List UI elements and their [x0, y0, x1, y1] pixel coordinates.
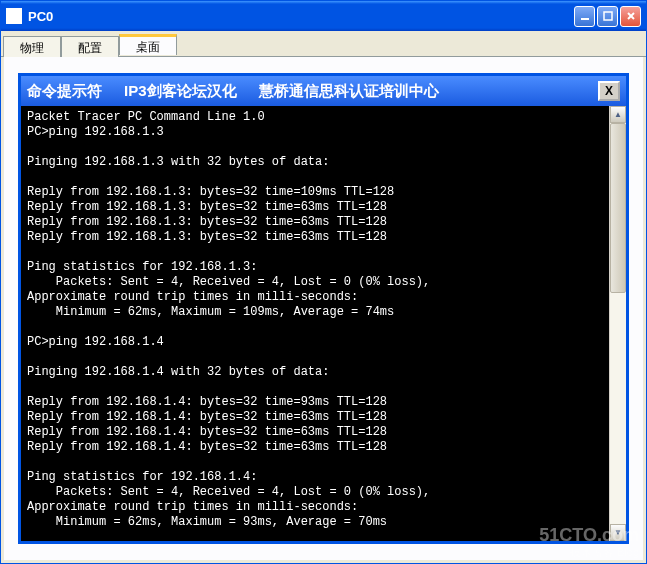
- app-window: PC0 物理 配置 桌面 命令提示符 IP3剑客论坛汉化 慧桥通信思科认证培训中…: [0, 0, 647, 564]
- maximize-button[interactable]: [597, 6, 618, 27]
- tab-desktop[interactable]: 桌面: [119, 34, 177, 55]
- svg-rect-0: [581, 18, 589, 20]
- terminal-header[interactable]: 命令提示符 IP3剑客论坛汉化 慧桥通信思科认证培训中心 X: [21, 76, 626, 106]
- tab-physical[interactable]: 物理: [3, 36, 61, 57]
- maximize-icon: [603, 11, 613, 21]
- close-icon: [626, 11, 636, 21]
- tab-label: 物理: [20, 41, 44, 55]
- tab-strip: 物理 配置 桌面: [1, 31, 646, 57]
- scrollbar: ▲ ▼: [609, 106, 626, 541]
- terminal-body-wrap: Packet Tracer PC Command Line 1.0 PC>pin…: [21, 106, 626, 541]
- tab-label: 配置: [78, 41, 102, 55]
- minimize-button[interactable]: [574, 6, 595, 27]
- terminal-output[interactable]: Packet Tracer PC Command Line 1.0 PC>pin…: [21, 106, 609, 541]
- minimize-icon: [580, 11, 590, 21]
- content-area: 命令提示符 IP3剑客论坛汉化 慧桥通信思科认证培训中心 X Packet Tr…: [4, 57, 643, 560]
- terminal-close-button[interactable]: X: [598, 81, 620, 101]
- svg-rect-1: [604, 12, 612, 20]
- command-prompt-window: 命令提示符 IP3剑客论坛汉化 慧桥通信思科认证培训中心 X Packet Tr…: [18, 73, 629, 544]
- terminal-title-2: IP3剑客论坛汉化: [124, 82, 237, 101]
- terminal-title-1: 命令提示符: [27, 82, 102, 101]
- tab-label: 桌面: [136, 40, 160, 54]
- tab-config[interactable]: 配置: [61, 36, 119, 57]
- title-bar[interactable]: PC0: [1, 1, 646, 31]
- scroll-up-button[interactable]: ▲: [610, 106, 626, 123]
- terminal-title-3: 慧桥通信思科认证培训中心: [259, 82, 598, 101]
- window-controls: [574, 6, 641, 27]
- app-icon: [6, 8, 22, 24]
- close-button[interactable]: [620, 6, 641, 27]
- scroll-track[interactable]: [610, 123, 626, 524]
- scroll-down-button[interactable]: ▼: [610, 524, 626, 541]
- scroll-thumb[interactable]: [610, 123, 626, 293]
- window-title: PC0: [28, 9, 574, 24]
